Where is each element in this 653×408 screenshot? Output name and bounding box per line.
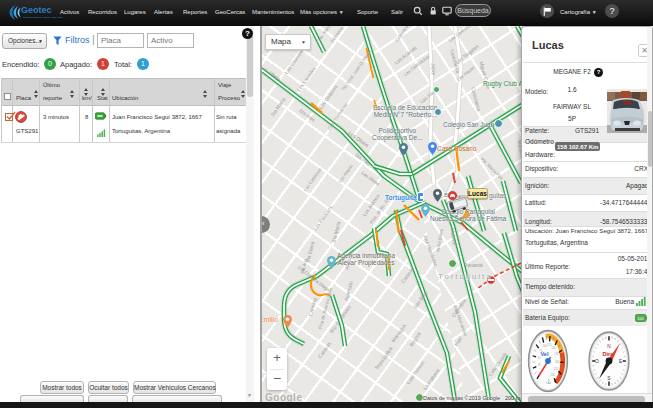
svg-text:Vel: Vel [541,351,549,357]
svg-text:O: O [595,359,599,364]
svg-text:100: 100 [637,316,644,321]
svg-text:250: 250 [550,373,555,377]
svg-text:N: N [607,344,611,349]
svg-text:S: S [607,376,610,381]
svg-text:225: 225 [554,367,559,371]
svg-text:⚓: ⚓ [546,378,552,385]
svg-text:150: 150 [551,346,556,350]
svg-text:200: 200 [555,360,560,364]
svg-text:E: E [619,359,622,364]
svg-text:175: 175 [554,352,559,356]
